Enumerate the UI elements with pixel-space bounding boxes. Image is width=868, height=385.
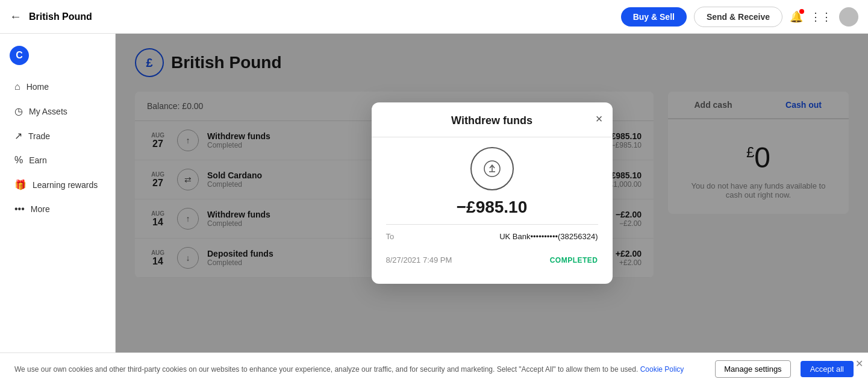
sidebar-item-label: Trade xyxy=(28,131,50,141)
buy-sell-button[interactable]: Buy & Sell xyxy=(621,7,687,27)
modal-to-row: To UK Bank••••••••••(38256324) xyxy=(386,224,598,248)
sidebar-item-home[interactable]: ⌂ Home xyxy=(5,75,110,98)
modal-header: Withdrew funds × xyxy=(372,102,613,127)
status-badge: COMPLETED xyxy=(550,256,598,264)
modal-upload-icon xyxy=(470,147,514,190)
sidebar-item-more[interactable]: ••• More xyxy=(5,198,110,221)
modal: Withdrew funds × −£985.10 xyxy=(372,102,613,284)
modal-status-row: 8/27/2021 7:49 PM COMPLETED xyxy=(386,248,598,272)
sidebar-item-my-assets[interactable]: ◷ My Assets xyxy=(5,99,110,123)
modal-date-value: 8/27/2021 7:49 PM xyxy=(386,255,452,264)
sidebar-item-label: Home xyxy=(27,82,49,92)
notification-badge xyxy=(799,9,804,14)
cookie-text: We use our own cookies and other third-p… xyxy=(14,364,705,375)
accept-all-button[interactable]: Accept all xyxy=(801,361,854,377)
sidebar-item-label: My Assets xyxy=(29,107,67,116)
sidebar-item-learning-rewards[interactable]: 🎁 Learning rewards xyxy=(5,173,110,196)
rewards-icon: 🎁 xyxy=(14,179,27,190)
back-icon: ← xyxy=(10,10,22,23)
sidebar-item-trade[interactable]: ↗ Trade xyxy=(5,124,110,148)
modal-icon-area: −£985.10 xyxy=(372,147,613,224)
grid-menu-button[interactable]: ⋮⋮ xyxy=(810,10,832,23)
modal-amount: −£985.10 xyxy=(457,198,528,217)
send-receive-button[interactable]: Send & Receive xyxy=(694,7,782,27)
sidebar-item-label: More xyxy=(31,204,50,214)
cookie-banner: We use our own cookies and other third-p… xyxy=(0,352,868,385)
cookie-close-button[interactable]: ✕ xyxy=(855,358,863,369)
sidebar-item-label: Earn xyxy=(29,155,47,165)
modal-title: Withdrew funds xyxy=(451,114,532,127)
earn-icon: % xyxy=(14,155,23,166)
sidebar-item-label: Learning rewards xyxy=(33,180,98,190)
modal-to-label: To xyxy=(386,232,395,241)
sidebar: C ⌂ Home ◷ My Assets ↗ Trade % Earn 🎁 Le… xyxy=(0,34,116,352)
modal-overlay[interactable]: Withdrew funds × −£985.10 xyxy=(116,34,868,352)
sidebar-item-earn[interactable]: % Earn xyxy=(5,149,110,172)
page-title: British Pound xyxy=(29,11,317,22)
topnav-icons: 🔔 ⋮⋮ xyxy=(790,7,858,27)
main-content: £ British Pound Balance: £0.00 AUG 27 ↑ … xyxy=(116,34,868,352)
cookie-policy-link[interactable]: Cookie Policy xyxy=(640,365,684,374)
avatar[interactable] xyxy=(839,7,858,27)
modal-to-value: UK Bank••••••••••(38256324) xyxy=(499,232,598,241)
assets-icon: ◷ xyxy=(14,105,23,117)
logo-icon: C xyxy=(10,46,29,65)
home-icon: ⌂ xyxy=(14,81,20,92)
sidebar-logo: C xyxy=(0,41,115,75)
more-icon: ••• xyxy=(14,204,25,214)
back-button[interactable]: ← xyxy=(10,10,22,23)
top-navigation: ← British Pound Buy & Sell Send & Receiv… xyxy=(0,0,868,34)
modal-divider xyxy=(372,137,613,137)
modal-close-button[interactable]: × xyxy=(596,112,603,126)
trade-icon: ↗ xyxy=(14,130,22,142)
app-body: C ⌂ Home ◷ My Assets ↗ Trade % Earn 🎁 Le… xyxy=(0,34,868,352)
manage-settings-button[interactable]: Manage settings xyxy=(715,360,790,378)
notifications-button[interactable]: 🔔 xyxy=(790,10,803,23)
modal-details: To UK Bank••••••••••(38256324) 8/27/2021… xyxy=(372,224,613,284)
